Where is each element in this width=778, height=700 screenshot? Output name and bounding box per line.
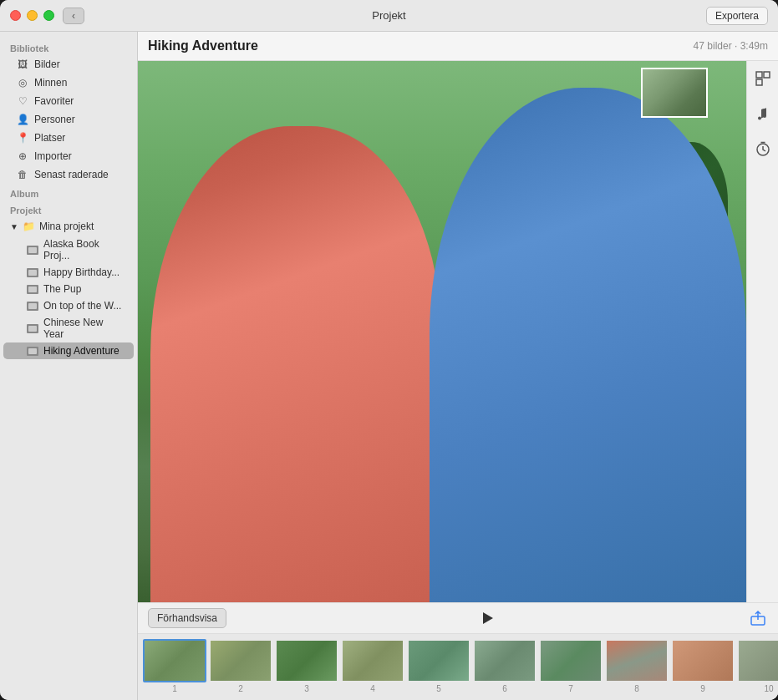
filmstrip-num-3: 3 — [304, 684, 309, 693]
project-book-icon — [27, 302, 38, 311]
sidebar-item-importer[interactable]: ⊕ Importer — [3, 147, 134, 165]
filmstrip-thumb-9[interactable] — [671, 639, 735, 682]
filmstrip-item-8[interactable]: 8 — [605, 639, 669, 693]
places-icon: 📍 — [17, 132, 28, 144]
minimize-button[interactable] — [27, 10, 38, 21]
filmstrip-num-1: 1 — [172, 684, 177, 693]
close-button[interactable] — [10, 10, 21, 21]
filmstrip-thumb-8[interactable] — [605, 639, 669, 682]
chevron-down-icon: ▼ — [10, 222, 18, 231]
thumbnail-tool-button[interactable] — [752, 68, 774, 89]
filmstrip-num-6: 6 — [502, 684, 507, 693]
album-label: Album — [0, 184, 137, 200]
filmstrip-item-6[interactable]: 6 — [473, 639, 536, 693]
svg-rect-2 — [756, 79, 762, 85]
timer-tool-button[interactable] — [752, 138, 774, 160]
sidebar-item-personer[interactable]: 👤 Personer — [3, 110, 134, 129]
play-button[interactable] — [477, 608, 497, 628]
favorites-icon: ♡ — [17, 95, 28, 107]
project-item-alaska[interactable]: Alaska Book Proj... — [3, 236, 134, 264]
app-window: ‹ Projekt Exportera Bibliotek 🖼 Bilder ◎… — [0, 0, 778, 700]
preview-inset — [641, 68, 708, 118]
svg-rect-0 — [756, 72, 762, 78]
filmstrip-num-5: 5 — [436, 684, 441, 693]
bottom-area: Förhandsvisa — [138, 602, 778, 700]
project-meta: 47 bilder · 3:49m — [694, 40, 768, 52]
titlebar: ‹ Projekt Exportera — [0, 0, 778, 32]
trash-icon: 🗑 — [17, 169, 28, 180]
main-photo — [138, 61, 746, 602]
back-button[interactable]: ‹ — [63, 8, 84, 24]
project-folder[interactable]: ▼ 📁 Mina projekt — [0, 217, 137, 236]
project-item-pup[interactable]: The Pup — [3, 281, 134, 297]
memories-icon: ◎ — [17, 77, 28, 89]
filmstrip-num-8: 8 — [634, 684, 639, 693]
window-title: Projekt — [372, 9, 405, 22]
share-button[interactable] — [748, 608, 768, 628]
filmstrip-num-10: 10 — [764, 684, 773, 693]
filmstrip-thumb-2[interactable] — [209, 639, 272, 682]
project-book-icon — [27, 347, 38, 356]
sidebar-item-bilder[interactable]: 🖼 Bilder — [3, 55, 134, 74]
project-title: Hiking Adventure — [148, 38, 694, 53]
sidebar-item-minnen[interactable]: ◎ Minnen — [3, 74, 134, 92]
main-content: Bibliotek 🖼 Bilder ◎ Minnen ♡ Favoriter … — [0, 32, 778, 700]
filmstrip-item-4[interactable]: 4 — [341, 639, 404, 693]
library-label: Bibliotek — [0, 38, 137, 55]
filmstrip-thumb-4[interactable] — [341, 639, 404, 682]
export-button[interactable]: Exportera — [706, 7, 768, 25]
maximize-button[interactable] — [43, 10, 54, 21]
filmstrip-thumb-1[interactable] — [143, 639, 206, 682]
filmstrip: 1 2 3 — [138, 634, 778, 700]
project-header: Hiking Adventure 47 bilder · 3:49m — [138, 32, 778, 61]
viewer-area — [138, 61, 778, 602]
filmstrip-thumb-10[interactable] — [737, 639, 778, 682]
filmstrip-thumb-3[interactable] — [275, 639, 338, 682]
svg-marker-4 — [483, 612, 493, 624]
music-tool-button[interactable] — [752, 103, 774, 124]
photo-viewer[interactable] — [138, 61, 746, 602]
project-book-icon — [27, 285, 38, 294]
filmstrip-num-9: 9 — [700, 684, 705, 693]
filmstrip-thumb-5[interactable] — [407, 639, 470, 682]
photos-icon: 🖼 — [17, 58, 28, 70]
sidebar-item-platser[interactable]: 📍 Platser — [3, 129, 134, 147]
tool-panel — [746, 61, 778, 602]
project-label: Projekt — [0, 200, 137, 217]
filmstrip-num-2: 2 — [238, 684, 243, 693]
project-book-icon — [27, 268, 38, 277]
filmstrip-item-10[interactable]: 10 — [737, 639, 778, 693]
filmstrip-thumb-6[interactable] — [473, 639, 536, 682]
project-item-chinese[interactable]: Chinese New Year — [3, 314, 134, 342]
play-button-container — [226, 608, 748, 628]
filmstrip-num-7: 7 — [568, 684, 573, 693]
people-icon: 👤 — [17, 114, 28, 125]
filmstrip-thumb-7[interactable] — [539, 639, 603, 682]
sidebar-item-favoriter[interactable]: ♡ Favoriter — [3, 92, 134, 110]
project-book-icon — [27, 324, 38, 333]
preview-button[interactable]: Förhandsvisa — [148, 608, 226, 628]
folder-icon: 📁 — [23, 221, 35, 232]
filmstrip-item-2[interactable]: 2 — [209, 639, 272, 693]
project-item-hiking[interactable]: Hiking Adventure — [3, 342, 134, 359]
controls-bar: Förhandsvisa — [138, 603, 778, 634]
project-item-ontop[interactable]: On top of the W... — [3, 297, 134, 314]
import-icon: ⊕ — [17, 150, 28, 162]
right-panel: Hiking Adventure 47 bilder · 3:49m — [138, 32, 778, 700]
svg-rect-1 — [764, 72, 770, 78]
sidebar-item-senast[interactable]: 🗑 Senast raderade — [3, 165, 134, 184]
filmstrip-item-9[interactable]: 9 — [671, 639, 735, 693]
filmstrip-item-5[interactable]: 5 — [407, 639, 470, 693]
sidebar: Bibliotek 🖼 Bilder ◎ Minnen ♡ Favoriter … — [0, 32, 138, 700]
filmstrip-item-7[interactable]: 7 — [539, 639, 603, 693]
project-item-birthday[interactable]: Happy Birthday... — [3, 264, 134, 281]
filmstrip-num-4: 4 — [370, 684, 375, 693]
filmstrip-item-1[interactable]: 1 — [143, 639, 206, 693]
traffic-lights — [10, 10, 54, 21]
filmstrip-item-3[interactable]: 3 — [275, 639, 338, 693]
project-book-icon — [27, 246, 38, 255]
